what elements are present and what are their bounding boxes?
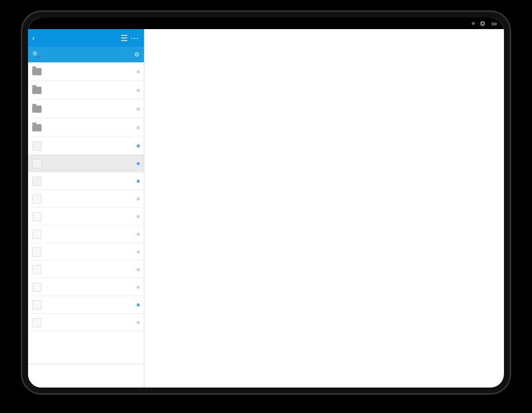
status-dot bbox=[137, 144, 140, 148]
more-icon[interactable]: ⋯ bbox=[129, 33, 140, 43]
status-dot bbox=[137, 162, 140, 165]
filter-icon[interactable]: ☰ bbox=[119, 33, 129, 43]
file-row[interactable] bbox=[28, 261, 144, 278]
file-row[interactable] bbox=[28, 278, 144, 296]
folder-row[interactable] bbox=[28, 62, 144, 81]
lock-icon: ⏣ bbox=[480, 20, 485, 27]
tablet-frame: ᯤ ⏣ ▭ ‹ ☰ ⋯ 🔍 bbox=[21, 10, 511, 395]
file-thumb-icon bbox=[32, 194, 42, 204]
folder-row[interactable] bbox=[28, 100, 144, 118]
folder-icon bbox=[32, 68, 42, 75]
screen: ᯤ ⏣ ▭ ‹ ☰ ⋯ 🔍 bbox=[28, 18, 504, 388]
wifi-icon: ᯤ bbox=[471, 20, 477, 26]
file-row[interactable] bbox=[28, 225, 144, 243]
chevron-left-icon: ‹ bbox=[32, 34, 35, 42]
status-dot bbox=[137, 180, 140, 183]
file-row[interactable] bbox=[28, 314, 144, 331]
sidebar-header: ‹ ☰ ⋯ bbox=[28, 29, 144, 47]
folder-icon bbox=[32, 105, 42, 113]
status-dot bbox=[137, 303, 140, 307]
status-dot bbox=[137, 233, 140, 236]
file-row[interactable] bbox=[28, 137, 144, 155]
status-dot bbox=[137, 321, 140, 324]
file-row[interactable] bbox=[28, 172, 144, 190]
folder-row[interactable] bbox=[28, 81, 144, 100]
sidebar-back-button[interactable]: ‹ bbox=[32, 34, 36, 42]
file-thumb-icon bbox=[32, 265, 42, 274]
file-row[interactable] bbox=[28, 208, 144, 225]
folder-icon bbox=[32, 87, 42, 94]
search-row: 🔍 ⚙ bbox=[28, 47, 144, 62]
folder-row[interactable] bbox=[28, 118, 144, 137]
sidebar-list[interactable] bbox=[28, 62, 144, 364]
file-thumb-icon bbox=[32, 283, 42, 292]
status-bar: ᯤ ⏣ ▭ bbox=[28, 18, 504, 29]
status-dot bbox=[137, 126, 140, 129]
file-thumb-icon bbox=[32, 318, 42, 327]
file-row[interactable] bbox=[28, 296, 144, 314]
search-icon: 🔍 bbox=[32, 51, 40, 58]
file-thumb-icon bbox=[32, 230, 42, 239]
folder-icon bbox=[32, 124, 42, 131]
status-dot bbox=[137, 268, 140, 271]
file-thumb-icon bbox=[32, 300, 42, 310]
search-settings-icon[interactable]: ⚙ bbox=[134, 51, 140, 58]
status-dot bbox=[137, 215, 140, 218]
status-dot bbox=[137, 286, 140, 289]
file-thumb-icon bbox=[32, 141, 42, 151]
status-dot bbox=[137, 108, 140, 111]
status-dot bbox=[137, 70, 140, 73]
status-dot bbox=[137, 197, 140, 201]
file-row[interactable] bbox=[28, 155, 144, 172]
battery-icon: ▭ bbox=[491, 20, 497, 27]
file-thumb-icon bbox=[32, 177, 42, 186]
file-thumb-icon bbox=[32, 212, 42, 221]
sidebar: ‹ ☰ ⋯ 🔍 ⚙ bbox=[28, 29, 144, 388]
file-row[interactable] bbox=[28, 190, 144, 208]
file-thumb-icon bbox=[32, 159, 42, 168]
bottom-tabbar bbox=[28, 364, 144, 388]
status-dot bbox=[137, 89, 140, 92]
search-input[interactable] bbox=[43, 51, 131, 58]
file-thumb-icon bbox=[32, 247, 42, 257]
file-row[interactable] bbox=[28, 243, 144, 261]
status-dot bbox=[137, 250, 140, 254]
